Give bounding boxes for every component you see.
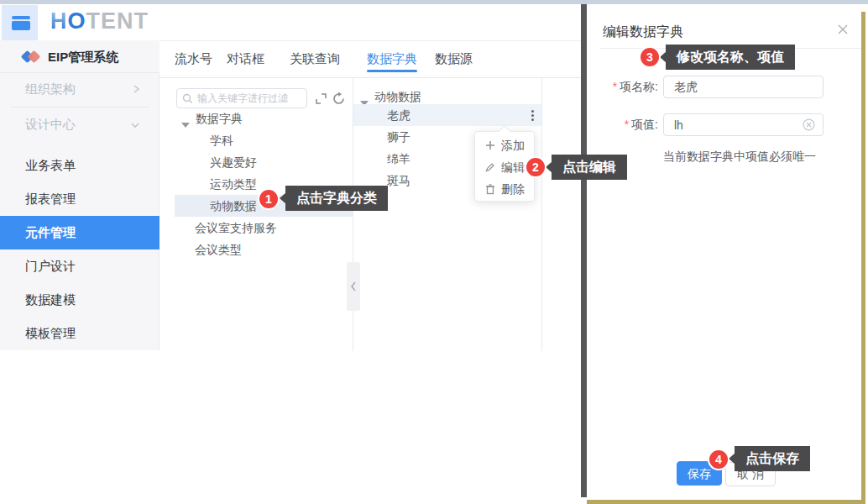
sidebar-item-data-modeling[interactable]: 数据建模 (0, 283, 159, 317)
tab-serial-number[interactable]: 流水号 (175, 46, 212, 71)
eip-diamond-icon (22, 50, 42, 63)
step-tooltip-1: 点击字典分类 (285, 186, 388, 211)
item-tiger[interactable]: 老虎 (353, 104, 541, 126)
sidebar-group-design-center[interactable]: 设计中心 (0, 108, 159, 141)
drawer-right-border (861, 12, 865, 504)
chevron-right-icon (131, 83, 141, 95)
trash-icon (485, 184, 495, 195)
sidebar-group-org[interactable]: 组织架构 (0, 72, 159, 106)
tree-node-root[interactable]: 数据字典 (175, 108, 353, 129)
hamburger-icon (12, 16, 30, 30)
clear-input-icon[interactable] (803, 118, 815, 131)
corner-bracket-icon[interactable] (312, 90, 329, 107)
item-panel-divider (541, 77, 542, 351)
sidebar-item-component-mgmt[interactable]: 元件管理 (0, 216, 159, 249)
item-name-label: *项名称: (588, 76, 658, 98)
item-value-label: *项值: (588, 113, 658, 136)
sidebar-system-title: EIP管理系统 (0, 40, 159, 73)
uniqueness-hint: 当前数据字典中项值必须唯一 (663, 150, 816, 165)
step-tooltip-3: 修改项名称、项值 (666, 45, 795, 70)
field-item-value: *项值: (588, 113, 824, 136)
item-value-input[interactable] (663, 113, 824, 136)
menu-item-delete[interactable]: 删除 (475, 178, 534, 200)
tree-node-subject[interactable]: 学科 (175, 129, 353, 151)
tree-search-box (176, 88, 307, 108)
drawer-bottom-border (587, 500, 865, 504)
item-name-input[interactable] (663, 76, 824, 98)
logo: HOTENT (50, 8, 149, 34)
step-badge-2: 2 (526, 158, 545, 176)
sidebar-item-report-mgmt[interactable]: 报表管理 (0, 182, 159, 216)
sidebar-item-portal-design[interactable]: 门户设计 (0, 249, 159, 283)
menu-toggle-button[interactable] (2, 5, 38, 40)
magnifier-icon (182, 93, 193, 104)
chevron-down-icon (129, 120, 141, 130)
field-item-name: *项名称: (588, 76, 824, 98)
pencil-icon (485, 162, 495, 172)
search-input[interactable] (197, 92, 298, 104)
tree-node-meeting-type[interactable]: 会议类型 (175, 239, 353, 260)
step-badge-4: 4 (709, 450, 728, 469)
step-tooltip-4: 点击保存 (735, 446, 810, 471)
tab-dialog[interactable]: 对话框 (227, 46, 264, 71)
panel-collapse-handle[interactable] (347, 262, 360, 311)
logo-letter-h: H (50, 8, 68, 34)
sidebar-item-template-mgmt[interactable]: 模板管理 (0, 317, 159, 350)
step-badge-3: 3 (641, 48, 659, 66)
logo-letters-rest: TENT (86, 8, 149, 34)
caret-down-icon (181, 123, 190, 128)
drawer-title: 编辑数据字典 (603, 24, 683, 41)
content-top-border (159, 77, 582, 78)
tab-data-dictionary[interactable]: 数据字典 (367, 46, 417, 71)
tab-data-source[interactable]: 数据源 (435, 46, 473, 71)
step-tooltip-2: 点击编辑 (552, 155, 627, 180)
tree-node-hobby[interactable]: 兴趣爱好 (175, 151, 353, 173)
more-actions-icon[interactable] (526, 108, 539, 122)
app-window: HOTENT EIP管理系统 组织架构 设计中心 业务表单 报表管理 元件管理 … (0, 0, 868, 504)
tree-node-meeting-room-service[interactable]: 会议室支持服务 (175, 217, 353, 239)
sidebar-item-business-form[interactable]: 业务表单 (0, 149, 159, 182)
menu-item-edit[interactable]: 编辑 (475, 156, 534, 178)
close-icon[interactable] (837, 24, 852, 39)
step-badge-1: 1 (259, 190, 278, 208)
chevron-left-icon (349, 281, 358, 292)
drawer-divider-bar (581, 4, 587, 497)
logo-letter-o: O (68, 8, 86, 34)
tab-related-query[interactable]: 关联查询 (290, 46, 340, 71)
refresh-icon[interactable] (330, 90, 347, 107)
menu-item-add[interactable]: 添加 (475, 134, 534, 156)
plus-icon (485, 140, 495, 150)
active-tab-underline (367, 70, 417, 72)
